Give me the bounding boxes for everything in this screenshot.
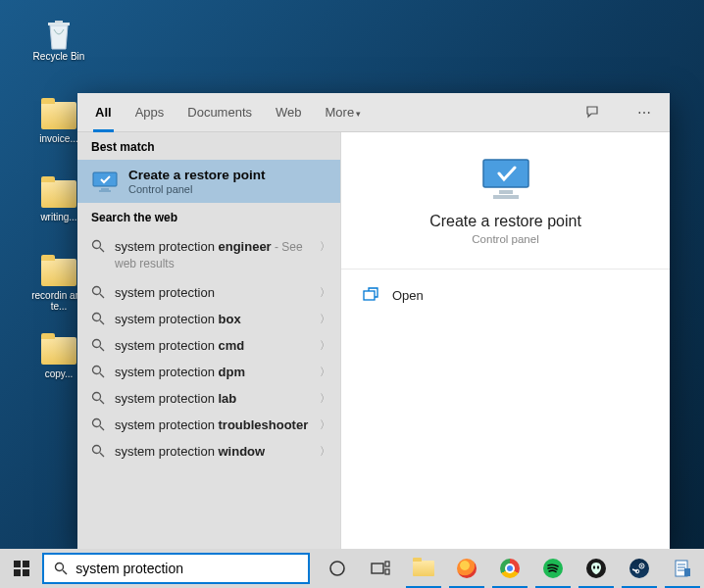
- web-result-text: system protection engineer - See web res…: [115, 239, 314, 272]
- svg-rect-0: [93, 172, 117, 186]
- search-icon: [91, 239, 105, 253]
- cortana-button[interactable]: [316, 549, 359, 588]
- taskbar-search[interactable]: [42, 553, 310, 584]
- search-icon: [91, 444, 105, 458]
- recycle-bin-icon: [45, 18, 73, 51]
- taskbar: [0, 549, 704, 588]
- folder-icon: [41, 337, 76, 365]
- preview-column: Create a restore point Control panel Ope…: [340, 132, 670, 549]
- tab-web[interactable]: Web: [264, 93, 314, 132]
- folder-icon: [41, 102, 76, 129]
- recycle-bin[interactable]: Recycle Bin: [29, 18, 88, 62]
- search-icon: [91, 285, 105, 299]
- web-result-text: system protection window: [115, 444, 314, 459]
- svg-rect-26: [23, 569, 29, 576]
- web-result[interactable]: system protection window〉: [77, 438, 340, 465]
- preview-title: Create a restore point: [429, 213, 581, 230]
- svg-point-33: [593, 565, 595, 569]
- firefox-icon: [457, 559, 477, 578]
- svg-point-36: [641, 565, 643, 567]
- svg-line-14: [100, 400, 104, 404]
- web-result[interactable]: system protection cmd〉: [77, 332, 340, 359]
- web-result-text: system protection lab: [115, 391, 314, 406]
- chrome-icon: [500, 559, 520, 578]
- svg-point-29: [330, 562, 344, 575]
- taskbar-steam[interactable]: [618, 549, 661, 588]
- svg-point-13: [93, 393, 101, 401]
- task-view-button[interactable]: [359, 549, 402, 588]
- tab-documents[interactable]: Documents: [176, 93, 264, 132]
- svg-rect-2: [99, 190, 111, 192]
- search-input[interactable]: [75, 555, 308, 582]
- file-explorer-icon: [413, 561, 434, 576]
- web-result-text: system protection box: [115, 312, 314, 326]
- taskbar-app-notes[interactable]: [661, 549, 704, 588]
- search-icon: [91, 391, 105, 405]
- web-result[interactable]: system protection engineer - See web res…: [77, 232, 340, 279]
- web-result[interactable]: system protection troubleshooter〉: [77, 412, 340, 438]
- taskbar-spotify[interactable]: [531, 549, 575, 588]
- tab-more[interactable]: More▾: [314, 93, 374, 132]
- svg-rect-25: [14, 569, 21, 576]
- svg-point-5: [93, 287, 101, 295]
- preview-subtitle: Control panel: [472, 233, 538, 245]
- svg-rect-21: [493, 195, 519, 199]
- svg-point-11: [93, 367, 101, 374]
- taskbar-chrome[interactable]: [488, 549, 531, 588]
- search-panel: All Apps Documents Web More▾ ⋯ Best matc…: [77, 93, 670, 549]
- svg-point-9: [93, 340, 101, 348]
- taskbar-app-alien[interactable]: [575, 549, 618, 588]
- search-icon: [54, 562, 68, 575]
- svg-rect-23: [14, 561, 21, 567]
- svg-line-12: [100, 373, 104, 377]
- svg-rect-22: [364, 291, 375, 300]
- monitor-check-icon: [478, 156, 534, 201]
- search-icon: [91, 417, 105, 431]
- taskbar-firefox[interactable]: [445, 549, 488, 588]
- best-match-result[interactable]: Create a restore point Control panel: [77, 160, 340, 203]
- web-result[interactable]: system protection lab〉: [77, 385, 340, 412]
- svg-rect-24: [23, 561, 29, 567]
- desktop: Recycle Bin invoice... writing... record…: [0, 0, 704, 588]
- chevron-right-icon: 〉: [320, 391, 330, 406]
- recycle-bin-label: Recycle Bin: [29, 51, 88, 62]
- svg-rect-1: [101, 188, 109, 190]
- chevron-right-icon: 〉: [320, 285, 330, 300]
- svg-point-27: [56, 564, 64, 571]
- web-result[interactable]: system protection〉: [77, 279, 340, 306]
- tab-all[interactable]: All: [83, 93, 124, 132]
- tab-apps[interactable]: Apps: [124, 93, 176, 132]
- best-match-subtitle: Control panel: [128, 183, 266, 195]
- web-result-text: system protection troubleshooter: [115, 417, 314, 432]
- svg-rect-32: [385, 569, 389, 574]
- svg-point-34: [597, 565, 599, 569]
- windows-icon: [14, 561, 29, 576]
- web-result[interactable]: system protection box〉: [77, 306, 340, 332]
- chevron-right-icon: 〉: [320, 338, 330, 353]
- best-match-heading: Best match: [77, 132, 340, 160]
- folder-icon: [41, 180, 76, 208]
- preview-header: Create a restore point Control panel: [341, 132, 670, 270]
- open-icon: [363, 287, 378, 303]
- open-action[interactable]: Open: [341, 277, 670, 313]
- svg-line-6: [100, 294, 104, 298]
- svg-line-28: [63, 570, 67, 574]
- svg-line-8: [100, 320, 104, 324]
- search-icon: [91, 338, 105, 352]
- web-results-list: system protection engineer - See web res…: [77, 230, 340, 465]
- svg-line-10: [100, 347, 104, 351]
- feedback-icon[interactable]: [585, 105, 625, 121]
- chevron-down-icon: ▾: [356, 109, 361, 119]
- taskbar-file-explorer[interactable]: [402, 549, 445, 588]
- svg-rect-43: [684, 568, 690, 576]
- start-button[interactable]: [0, 549, 42, 588]
- svg-line-16: [100, 426, 104, 430]
- task-view-icon: [371, 561, 390, 576]
- options-icon[interactable]: ⋯: [625, 105, 664, 121]
- svg-point-17: [93, 446, 101, 454]
- monitor-check-icon: [91, 171, 119, 192]
- web-result[interactable]: system protection dpm〉: [77, 359, 340, 385]
- svg-rect-20: [499, 190, 513, 194]
- web-result-text: system protection: [115, 285, 314, 300]
- search-icon: [91, 312, 105, 325]
